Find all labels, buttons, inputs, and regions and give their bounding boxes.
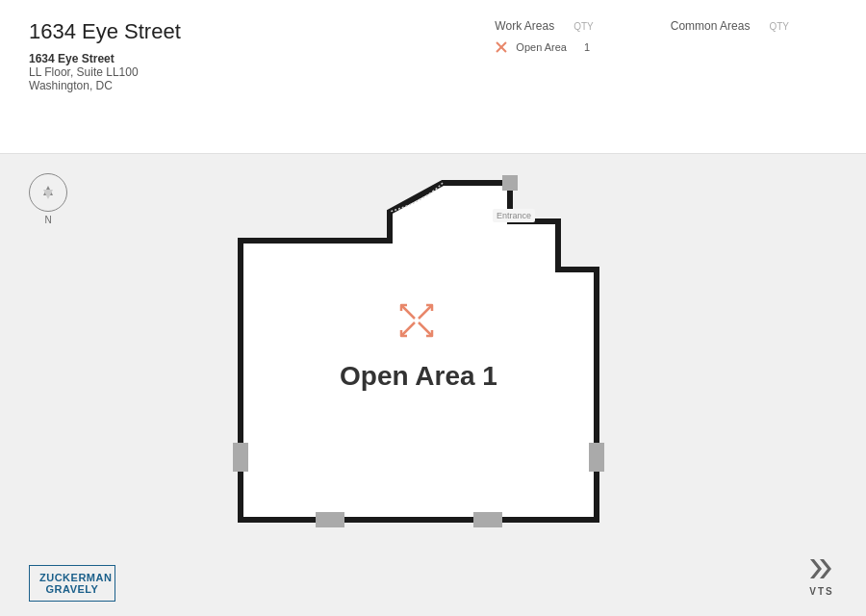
work-areas-legend: Work Areas QTY Open Area 1 [495,19,593,54]
legend-container: Work Areas QTY Open Area 1 Common Areas … [495,19,789,54]
entrance-label: Entrance [493,209,535,222]
address-line1: 1634 Eye Street [29,52,837,65]
floorplan-container: Entrance [231,164,635,578]
vts-label: VTS [806,586,837,597]
vts-diamond-icon [806,555,837,582]
door-entrance-right [502,175,518,191]
floorplan-svg: Open Area 1 [231,164,635,578]
door-bottom-right [473,512,502,527]
zg-line1: ZUCKERMAN [39,572,105,583]
zg-line2: GRAVELY [39,583,105,595]
work-areas-label: Work Areas [495,19,554,33]
svg-marker-0 [241,183,597,520]
common-areas-qty-label: QTY [769,21,789,32]
address-line2: LL Floor, Suite LL100 [29,65,837,79]
open-area-legend-qty: 1 [584,41,590,53]
door-right [589,443,604,472]
common-areas-legend: Common Areas QTY [671,19,789,54]
door-bottom-left [316,512,344,527]
header-section: 1634 Eye Street 1634 Eye Street LL Floor… [0,0,866,154]
open-area-x-icon [495,40,508,54]
compass-north-label: N [44,215,51,225]
map-area: N Entrance [0,154,866,616]
open-area-legend-item: Open Area 1 [495,40,593,54]
address-line3: Washington, DC [29,79,837,92]
open-area-legend-label: Open Area [516,41,567,53]
zuckerman-gravely-logo: ZUCKERMAN GRAVELY [29,565,115,602]
door-left-bottom [233,443,248,472]
vts-logo: VTS [806,555,837,597]
compass-diamond-icon [41,186,55,199]
compass-circle [29,173,67,212]
work-areas-qty-label: QTY [573,21,594,32]
svg-marker-5 [810,559,822,578]
compass: N [29,173,67,212]
area-name-text: Open Area 1 [340,361,497,391]
common-areas-label: Common Areas [671,19,751,33]
